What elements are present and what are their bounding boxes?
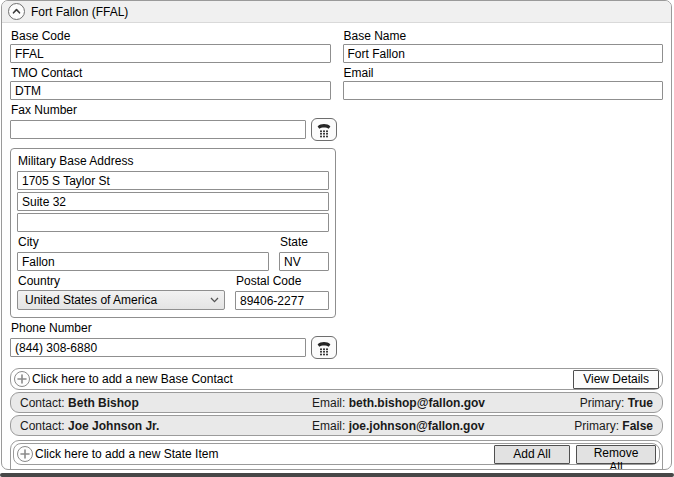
phone-number-label: Phone Number <box>11 321 663 335</box>
postal-code-label: Postal Code <box>236 274 329 288</box>
fax-number-input[interactable] <box>10 120 306 139</box>
plus-icon <box>14 371 30 387</box>
view-details-button[interactable]: View Details <box>573 370 659 389</box>
phone-number-input[interactable] <box>10 338 306 357</box>
contact-name-cell: Contact: Beth Bishop <box>20 396 312 410</box>
city-input[interactable] <box>17 252 269 271</box>
tmo-contact-input[interactable] <box>10 81 331 100</box>
contact-row[interactable]: Contact: Joe Johnson Jr. Email: joe.john… <box>10 415 663 436</box>
email-input[interactable] <box>343 81 664 100</box>
tmo-contact-label: TMO Contact <box>11 66 331 80</box>
telephone-keypad-icon <box>316 340 332 356</box>
contact-row[interactable]: Contact: Beth Bishop Email: beth.bishop@… <box>10 392 663 413</box>
window-bottom-edge <box>0 473 674 477</box>
state-label: State <box>280 235 329 249</box>
contact-email-cell: Email: beth.bishop@fallon.gov <box>312 396 580 410</box>
base-code-input[interactable] <box>10 44 331 63</box>
add-state-item-prompt: Click here to add a new State Item <box>35 447 218 461</box>
city-label: City <box>18 235 269 249</box>
contact-primary-cell: Primary: True <box>580 396 653 410</box>
address-line3-input[interactable] <box>17 213 329 232</box>
add-state-item-row[interactable]: Click here to add a new State Item Add A… <box>13 443 660 465</box>
collapse-button[interactable] <box>8 3 25 20</box>
postal-code-input[interactable] <box>235 291 329 310</box>
panel-title: Fort Fallon (FFAL) <box>31 5 128 19</box>
base-code-label: Base Code <box>11 29 331 43</box>
plus-icon <box>17 446 33 462</box>
contact-name-cell: Contact: Joe Johnson Jr. <box>20 419 312 433</box>
base-name-input[interactable] <box>343 44 664 63</box>
chevron-up-icon <box>11 6 22 17</box>
state-input[interactable] <box>279 252 329 271</box>
chevron-down-icon <box>210 297 219 303</box>
country-label: Country <box>18 274 225 288</box>
address-group-label: Military Base Address <box>18 154 329 168</box>
add-base-contact-prompt: Click here to add a new Base Contact <box>32 372 233 386</box>
contact-email-cell: Email: joe.johnson@fallon.gov <box>312 419 574 433</box>
address-line1-input[interactable] <box>17 171 329 190</box>
telephone-keypad-icon <box>316 122 332 138</box>
remove-all-button[interactable]: Remove All <box>576 445 656 464</box>
contact-primary-cell: Primary: False <box>574 419 653 433</box>
fax-dial-button[interactable] <box>311 118 337 141</box>
expander-header[interactable]: Fort Fallon (FFAL) <box>2 1 671 23</box>
country-select[interactable]: United States of America <box>17 290 225 310</box>
email-label: Email <box>344 66 664 80</box>
base-name-label: Base Name <box>344 29 664 43</box>
address-line2-input[interactable] <box>17 192 329 211</box>
base-contacts-list: Click here to add a new Base Contact Vie… <box>10 368 663 436</box>
phone-dial-button[interactable] <box>311 336 337 359</box>
add-all-button[interactable]: Add All <box>494 445 570 464</box>
form-content: Base Code Base Name TMO Contact Email <box>2 23 671 470</box>
expander-panel: Fort Fallon (FFAL) Base Code Base Name T… <box>1 0 672 470</box>
country-selected-value: United States of America <box>25 293 210 307</box>
base-editor-window: Fort Fallon (FFAL) Base Code Base Name T… <box>0 0 674 477</box>
military-base-address-group: Military Base Address City State <box>10 148 336 318</box>
add-base-contact-row[interactable]: Click here to add a new Base Contact Vie… <box>10 368 663 390</box>
fax-number-label: Fax Number <box>11 103 663 117</box>
state-items-list: Click here to add a new State Item Add A… <box>10 440 663 470</box>
